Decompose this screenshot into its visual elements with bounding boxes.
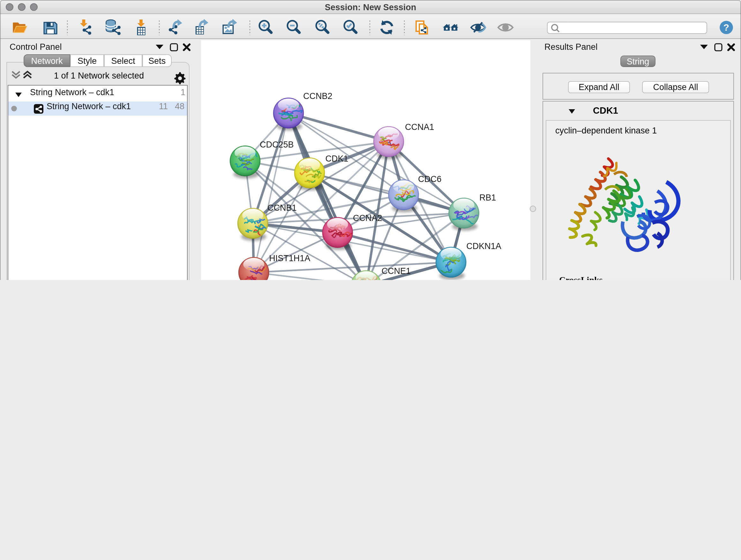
svg-text:CCNE1: CCNE1 xyxy=(381,266,411,276)
svg-text:CCNA2: CCNA2 xyxy=(353,213,382,223)
svg-text:CDC6: CDC6 xyxy=(418,174,442,184)
svg-text:CCNB1: CCNB1 xyxy=(267,203,297,212)
svg-text:CDKN1A: CDKN1A xyxy=(466,241,501,251)
svg-text:?: ? xyxy=(724,22,729,33)
svg-text:CDC25B: CDC25B xyxy=(260,140,294,149)
svg-text:HIST1H1A: HIST1H1A xyxy=(269,253,310,263)
svg-text:CDK1: CDK1 xyxy=(325,154,348,164)
svg-text:CCNA1: CCNA1 xyxy=(405,122,434,132)
svg-text:RB1: RB1 xyxy=(479,193,496,202)
svg-text:CCNB2: CCNB2 xyxy=(303,91,333,101)
